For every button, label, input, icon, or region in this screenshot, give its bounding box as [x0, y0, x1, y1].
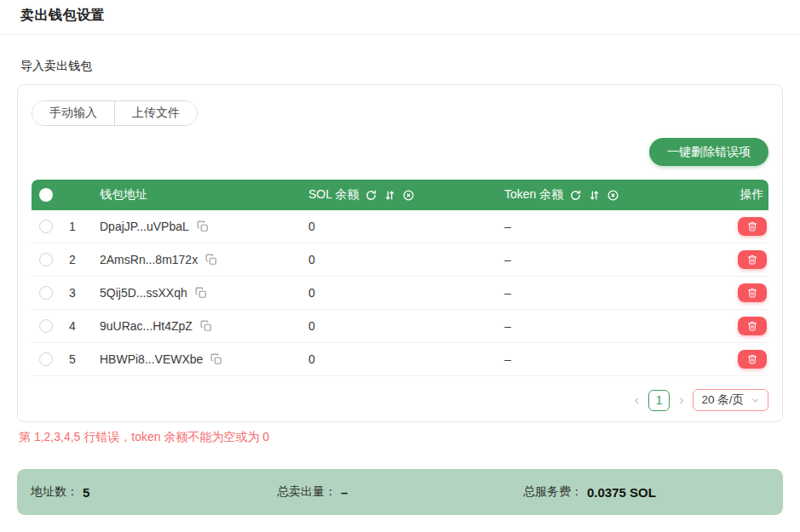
wallet-address: HBWPi8...VEWXbe [100, 352, 203, 366]
token-balance: – [504, 253, 713, 266]
page-title: 卖出钱包设置 [20, 7, 780, 25]
trash-icon [747, 221, 757, 232]
page-size-value: 20 条/页 [701, 392, 744, 408]
wallet-address: 5Qij5D...ssXXqh [100, 286, 187, 300]
delete-row-button[interactable] [738, 250, 767, 269]
refresh-icon[interactable] [569, 189, 582, 202]
sol-balance: 0 [308, 352, 504, 366]
row-index: 4 [69, 319, 100, 333]
sort-icon[interactable] [383, 189, 396, 202]
pagination: ‹ 1 › 20 条/页 [32, 389, 768, 411]
trash-icon [747, 288, 757, 298]
refresh-icon[interactable] [365, 189, 377, 202]
delete-row-button[interactable] [738, 217, 767, 236]
summary-value: 5 [83, 485, 89, 500]
header-token-cell: Token 余额 [504, 187, 713, 203]
page-size-select[interactable]: 20 条/页 [693, 389, 768, 411]
table-row: 2 2AmsRn...8m172x 0 – [32, 243, 768, 277]
sol-balance: 0 [308, 319, 504, 333]
current-page-button[interactable]: 1 [648, 390, 670, 411]
import-wallet-card: 手动输入 上传文件 一键删除错误项 钱包地址 SOL 余额 [17, 84, 783, 422]
input-mode-tabs: 手动输入 上传文件 [32, 100, 198, 126]
delete-row-button[interactable] [738, 350, 767, 369]
delete-row-button[interactable] [738, 317, 767, 335]
copy-icon[interactable] [195, 287, 207, 299]
header-sol-cell: SOL 余额 [308, 187, 504, 203]
close-circle-icon[interactable] [402, 189, 415, 202]
sol-balance: 0 [308, 286, 504, 300]
table-row: 1 DpajJP...uVPbaL 0 – [32, 210, 768, 243]
summary-label: 总卖出量： [277, 484, 337, 500]
validation-error-message: 第 1,2,3,4,5 行错误，token 余额不能为空或为 0 [19, 430, 783, 445]
row-checkbox[interactable] [39, 319, 53, 333]
close-circle-icon[interactable] [607, 189, 619, 202]
summary-value: 0.0375 SOL [587, 485, 656, 500]
trash-icon [747, 354, 757, 364]
row-index: 5 [69, 352, 100, 366]
wallet-address: 2AmsRn...8m172x [100, 253, 198, 266]
header-check-cell [32, 188, 69, 202]
sort-icon[interactable] [588, 189, 601, 202]
select-all-checkbox[interactable] [39, 188, 53, 202]
summary-address-count: 地址数： 5 [31, 484, 277, 500]
copy-icon[interactable] [197, 220, 209, 232]
table-row: 5 HBWPi8...VEWXbe 0 – [32, 343, 768, 376]
row-checkbox[interactable] [39, 220, 53, 233]
delete-row-button[interactable] [738, 283, 767, 302]
page-header: 卖出钱包设置 [0, 0, 800, 35]
chevron-down-icon [751, 396, 760, 405]
row-index: 1 [69, 220, 100, 233]
token-balance: – [504, 319, 713, 333]
token-balance: – [504, 286, 713, 300]
row-checkbox[interactable] [39, 352, 53, 366]
wallet-table: 钱包地址 SOL 余额 Token 余额 [32, 180, 768, 376]
toolbar: 一键删除错误项 [32, 138, 768, 166]
row-index: 2 [69, 253, 100, 266]
next-page-button[interactable]: › [677, 393, 685, 407]
row-checkbox[interactable] [39, 286, 53, 300]
table-row: 4 9uURac...Ht4ZpZ 0 – [32, 310, 768, 343]
summary-label: 总服务费： [523, 484, 583, 500]
summary-total-fee: 总服务费： 0.0375 SOL [523, 484, 769, 500]
delete-errors-button[interactable]: 一键删除错误项 [649, 138, 768, 166]
trash-icon [747, 321, 757, 331]
summary-bar: 地址数： 5 总卖出量： – 总服务费： 0.0375 SOL [17, 469, 783, 515]
wallet-address: DpajJP...uVPbaL [100, 220, 189, 233]
copy-icon[interactable] [205, 254, 217, 266]
main-content: 导入卖出钱包 手动输入 上传文件 一键删除错误项 钱包地址 SOL 余额 [0, 59, 800, 515]
copy-icon[interactable] [200, 320, 212, 332]
copy-icon[interactable] [210, 353, 222, 365]
header-action: 操作 [713, 187, 768, 203]
sol-balance: 0 [308, 253, 504, 266]
tab-manual-input[interactable]: 手动输入 [32, 101, 114, 125]
header-address: 钱包地址 [100, 187, 308, 203]
import-wallet-label: 导入卖出钱包 [20, 59, 783, 74]
prev-page-button[interactable]: ‹ [633, 393, 641, 407]
table-header-row: 钱包地址 SOL 余额 Token 余额 [32, 180, 768, 210]
token-balance: – [504, 352, 713, 366]
tab-upload-file[interactable]: 上传文件 [114, 101, 197, 125]
trash-icon [747, 255, 757, 265]
header-token-label: Token 余额 [504, 187, 563, 203]
summary-label: 地址数： [31, 484, 78, 500]
sol-balance: 0 [308, 220, 504, 233]
summary-total-sell: 总卖出量： – [277, 484, 523, 500]
token-balance: – [504, 220, 713, 233]
row-index: 3 [69, 286, 100, 300]
header-sol-label: SOL 余额 [308, 187, 359, 203]
row-checkbox[interactable] [39, 253, 53, 266]
wallet-address: 9uURac...Ht4ZpZ [100, 319, 193, 333]
summary-value: – [341, 485, 348, 500]
table-row: 3 5Qij5D...ssXXqh 0 – [32, 277, 768, 310]
